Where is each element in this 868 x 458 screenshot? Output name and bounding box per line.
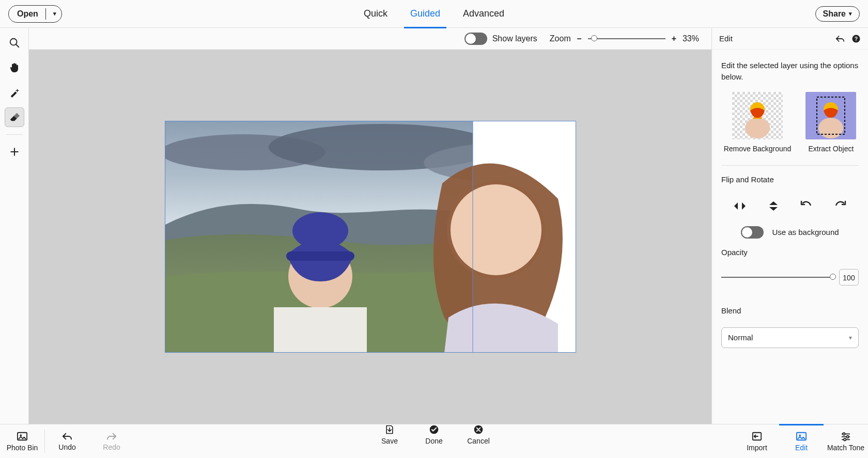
flip-vertical-icon <box>766 200 781 212</box>
magic-wand-tool[interactable] <box>5 83 24 102</box>
opacity-slider[interactable] <box>721 277 833 278</box>
zoom-minus-icon[interactable]: – <box>577 34 582 43</box>
edit-label: Edit <box>795 444 808 452</box>
extract-object-thumb <box>805 92 856 139</box>
use-as-background-label: Use as background <box>772 228 839 236</box>
share-button[interactable]: Share ▾ <box>815 6 860 22</box>
redo-icon <box>106 432 117 441</box>
right-panel-instruction: Edit the selected layer using the option… <box>721 60 859 83</box>
plus-icon <box>9 147 20 157</box>
tab-quick[interactable]: Quick <box>364 0 388 28</box>
rotate-left-button[interactable] <box>796 197 817 215</box>
svg-point-33 <box>843 433 845 435</box>
photo-illustration <box>165 121 576 353</box>
right-panel-header: Edit ? <box>712 28 868 50</box>
chevron-down-icon: ▾ <box>849 334 852 341</box>
zoom-label: Zoom <box>550 34 571 43</box>
opacity-value[interactable]: 100 <box>839 269 859 286</box>
open-button-label: Open <box>17 9 38 19</box>
tab-guided[interactable]: Guided <box>410 0 440 28</box>
svg-point-34 <box>846 435 848 437</box>
open-button[interactable]: Open ▾ <box>8 5 62 23</box>
svg-rect-9 <box>274 307 367 353</box>
match-tone-label: Match Tone <box>827 444 864 452</box>
remove-background-thumb <box>732 92 783 139</box>
save-icon <box>384 424 395 435</box>
svg-point-27 <box>20 434 22 436</box>
mode-tabs: Quick Guided Advanced <box>364 0 504 28</box>
flip-vertical-button[interactable] <box>763 197 784 215</box>
done-label: Done <box>425 437 442 445</box>
zoom-tool[interactable] <box>5 33 24 53</box>
remove-background-card[interactable]: Remove Background <box>724 92 792 153</box>
svg-point-32 <box>799 434 801 436</box>
zoom-plus-icon[interactable]: + <box>672 34 676 43</box>
tab-quick-label: Quick <box>364 8 388 19</box>
chevron-down-icon[interactable]: ▾ <box>53 10 56 17</box>
done-button[interactable]: Done <box>412 424 456 445</box>
eraser-icon <box>9 112 20 123</box>
tab-advanced[interactable]: Advanced <box>463 0 504 28</box>
cancel-button[interactable]: Cancel <box>456 424 501 445</box>
rotate-right-button[interactable] <box>829 197 851 215</box>
use-as-background-toggle[interactable] <box>741 226 764 239</box>
check-circle-icon <box>429 424 439 435</box>
import-button[interactable]: Import <box>735 424 779 458</box>
tool-strip <box>0 28 29 424</box>
undo-label: Undo <box>58 443 75 451</box>
undo-icon[interactable] <box>835 35 845 43</box>
svg-text:?: ? <box>855 35 858 41</box>
toggle-knob <box>742 227 752 238</box>
close-circle-icon <box>473 424 484 435</box>
opacity-slider-thumb[interactable] <box>830 274 836 280</box>
svg-line-1 <box>16 44 19 48</box>
redo-button: Redo <box>89 424 134 458</box>
canvas-image[interactable] <box>165 121 576 353</box>
save-button[interactable]: Save <box>367 424 412 445</box>
extract-object-label: Extract Object <box>808 145 854 153</box>
blend-mode-value: Normal <box>728 333 753 342</box>
svg-point-35 <box>844 438 846 440</box>
opacity-label: Opacity <box>721 248 859 257</box>
show-layers-label: Show layers <box>492 34 537 43</box>
remove-background-label: Remove Background <box>724 145 792 153</box>
redo-label: Redo <box>103 443 120 451</box>
zoom-value: 33% <box>683 34 699 43</box>
rotate-left-icon <box>800 200 813 212</box>
right-panel: Edit ? Edit the selected layer using the… <box>712 28 868 424</box>
extract-object-card[interactable]: Extract Object <box>805 92 856 153</box>
match-tone-button[interactable]: Match Tone <box>824 424 868 458</box>
flip-rotate-label: Flip and Rotate <box>721 175 859 184</box>
open-divider <box>45 8 46 20</box>
import-icon <box>751 431 763 441</box>
canvas-area[interactable] <box>29 50 711 424</box>
hand-tool[interactable] <box>5 58 24 77</box>
help-icon[interactable]: ? <box>851 34 861 43</box>
svg-rect-7 <box>286 251 354 261</box>
tab-advanced-label: Advanced <box>463 8 504 19</box>
bottom-bar: Photo Bin Undo Redo Save Done Cancel Imp… <box>0 424 868 458</box>
magic-wand-icon <box>9 87 20 98</box>
svg-point-23 <box>818 118 843 138</box>
show-layers-toggle[interactable] <box>464 33 487 45</box>
photo-bin-button[interactable]: Photo Bin <box>0 424 44 458</box>
share-button-label: Share <box>823 9 846 19</box>
blend-mode-select[interactable]: Normal ▾ <box>721 327 859 348</box>
flip-horizontal-button[interactable] <box>729 197 751 215</box>
cancel-label: Cancel <box>467 437 490 445</box>
hand-icon <box>8 61 21 74</box>
undo-button[interactable]: Undo <box>45 424 89 458</box>
chevron-down-icon: ▾ <box>849 10 852 17</box>
add-tool[interactable] <box>5 142 24 162</box>
image-icon <box>796 431 807 441</box>
photo-bin-label: Photo Bin <box>7 444 38 452</box>
magnifier-icon <box>9 37 20 49</box>
svg-point-8 <box>292 212 348 249</box>
edit-button[interactable]: Edit <box>779 424 824 458</box>
canvas-controls: Show layers Zoom – + 33% <box>29 28 711 50</box>
svg-point-20 <box>745 118 770 138</box>
eraser-tool[interactable] <box>5 107 24 127</box>
right-panel-title: Edit <box>719 34 733 43</box>
zoom-slider[interactable] <box>588 38 665 39</box>
zoom-slider-thumb[interactable] <box>591 35 597 41</box>
